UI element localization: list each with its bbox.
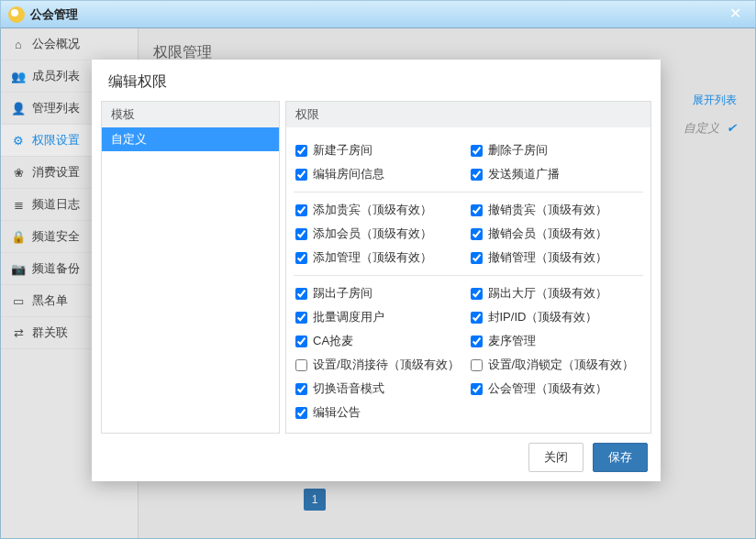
permission-label: 撤销贵宾（顶级有效）: [488, 202, 607, 218]
permission-item[interactable]: 撤销贵宾（顶级有效）: [469, 198, 644, 222]
permission-checkbox[interactable]: [471, 288, 483, 300]
permission-label: 批量调度用户: [313, 309, 384, 325]
permission-item[interactable]: 踢出大厅（顶级有效）: [469, 281, 644, 305]
permission-label: 公会管理（顶级有效）: [488, 380, 607, 397]
permission-label: 撤销会员（顶级有效）: [488, 226, 607, 242]
permission-checkbox[interactable]: [295, 145, 307, 157]
permission-label: 添加贵宾（顶级有效）: [313, 202, 432, 218]
permission-item[interactable]: 麦序管理: [469, 329, 644, 353]
permission-label: 踢出大厅（顶级有效）: [488, 285, 607, 302]
permission-checkbox[interactable]: [295, 336, 307, 347]
app-logo-icon: [8, 6, 25, 23]
close-button[interactable]: 关闭: [528, 443, 584, 472]
permission-scroll[interactable]: 新建子房间删除子房间编辑房间信息发送频道广播添加贵宾（顶级有效）撤销贵宾（顶级有…: [286, 127, 650, 433]
permission-label: 删除子房间: [488, 142, 548, 159]
template-header: 模板: [102, 102, 279, 127]
permission-checkbox[interactable]: [471, 359, 483, 371]
permission-item[interactable]: 新建子房间: [294, 138, 469, 162]
permission-checkbox[interactable]: [295, 204, 307, 216]
edit-permission-modal: 编辑权限 模板 自定义 权限 新建子房间删除子房间编辑房间信息发送频道广播添加贵…: [92, 60, 661, 481]
permission-item[interactable]: 设置/取消锁定（顶级有效）: [469, 353, 644, 377]
permission-label: 设置/取消锁定（顶级有效）: [488, 357, 635, 373]
permission-checkbox[interactable]: [295, 252, 307, 264]
permission-checkbox[interactable]: [471, 204, 483, 216]
permission-item[interactable]: 公会管理（顶级有效）: [469, 377, 644, 401]
permission-checkbox[interactable]: [471, 228, 483, 240]
permission-panel: 权限 新建子房间删除子房间编辑房间信息发送频道广播添加贵宾（顶级有效）撤销贵宾（…: [285, 101, 651, 434]
permission-label: 设置/取消接待（顶级有效）: [313, 357, 460, 373]
permission-checkbox[interactable]: [471, 145, 483, 157]
permission-item[interactable]: 删除子房间: [469, 138, 644, 162]
modal-title: 编辑权限: [92, 60, 661, 101]
permission-item[interactable]: 撤销管理（顶级有效）: [469, 246, 644, 270]
window-title: 公会管理: [30, 6, 722, 23]
permission-label: 添加管理（顶级有效）: [313, 249, 432, 266]
permission-checkbox[interactable]: [295, 312, 307, 324]
permission-label: 撤销管理（顶级有效）: [488, 249, 607, 266]
save-button[interactable]: 保存: [593, 443, 648, 472]
permission-item[interactable]: 封IP/ID（顶级有效）: [469, 305, 644, 329]
permission-item[interactable]: 批量调度用户: [294, 305, 469, 329]
permission-item[interactable]: 踢出子房间: [294, 281, 469, 305]
titlebar: 公会管理 ✕: [1, 1, 755, 28]
permission-label: CA抢麦: [313, 333, 353, 349]
permission-checkbox[interactable]: [471, 383, 483, 395]
permission-item[interactable]: 添加管理（顶级有效）: [294, 246, 469, 270]
permission-checkbox[interactable]: [471, 312, 483, 324]
permission-label: 编辑公告: [313, 404, 361, 421]
permission-item[interactable]: 发送频道广播: [469, 162, 644, 186]
close-icon[interactable]: ✕: [722, 6, 748, 24]
permission-item[interactable]: 编辑房间信息: [294, 162, 469, 186]
permission-label: 踢出子房间: [313, 285, 372, 302]
template-panel: 模板 自定义: [101, 101, 280, 434]
permission-checkbox[interactable]: [295, 407, 307, 419]
template-item-custom[interactable]: 自定义: [102, 127, 279, 151]
permission-checkbox[interactable]: [295, 383, 307, 395]
permission-group: 新建子房间删除子房间编辑房间信息发送频道广播: [294, 133, 643, 192]
permission-checkbox[interactable]: [295, 228, 307, 240]
permission-group: 添加贵宾（顶级有效）撤销贵宾（顶级有效）添加会员（顶级有效）撤销会员（顶级有效）…: [294, 192, 643, 275]
permission-checkbox[interactable]: [295, 288, 307, 300]
permission-checkbox[interactable]: [295, 359, 307, 371]
permission-group: 踢出子房间踢出大厅（顶级有效）批量调度用户封IP/ID（顶级有效）CA抢麦麦序管…: [294, 275, 643, 430]
permission-label: 编辑房间信息: [313, 166, 384, 182]
permission-checkbox[interactable]: [295, 169, 307, 181]
permission-checkbox[interactable]: [471, 169, 483, 181]
permission-header: 权限: [286, 102, 650, 127]
permission-label: 封IP/ID（顶级有效）: [488, 309, 598, 325]
permission-item[interactable]: 添加会员（顶级有效）: [294, 222, 469, 246]
permission-label: 新建子房间: [313, 142, 372, 159]
permission-item[interactable]: 添加贵宾（顶级有效）: [294, 198, 469, 222]
permission-label: 发送频道广播: [488, 166, 560, 182]
permission-item[interactable]: 切换语音模式: [294, 377, 469, 401]
permission-label: 添加会员（顶级有效）: [313, 226, 432, 242]
permission-item[interactable]: 编辑公告: [294, 401, 469, 424]
permission-item[interactable]: 设置/取消接待（顶级有效）: [294, 353, 469, 377]
permission-item[interactable]: 撤销会员（顶级有效）: [469, 222, 644, 246]
permission-checkbox[interactable]: [471, 252, 483, 264]
permission-label: 切换语音模式: [313, 380, 384, 397]
permission-item[interactable]: CA抢麦: [294, 329, 469, 353]
permission-label: 麦序管理: [488, 333, 536, 349]
permission-checkbox[interactable]: [471, 336, 483, 347]
